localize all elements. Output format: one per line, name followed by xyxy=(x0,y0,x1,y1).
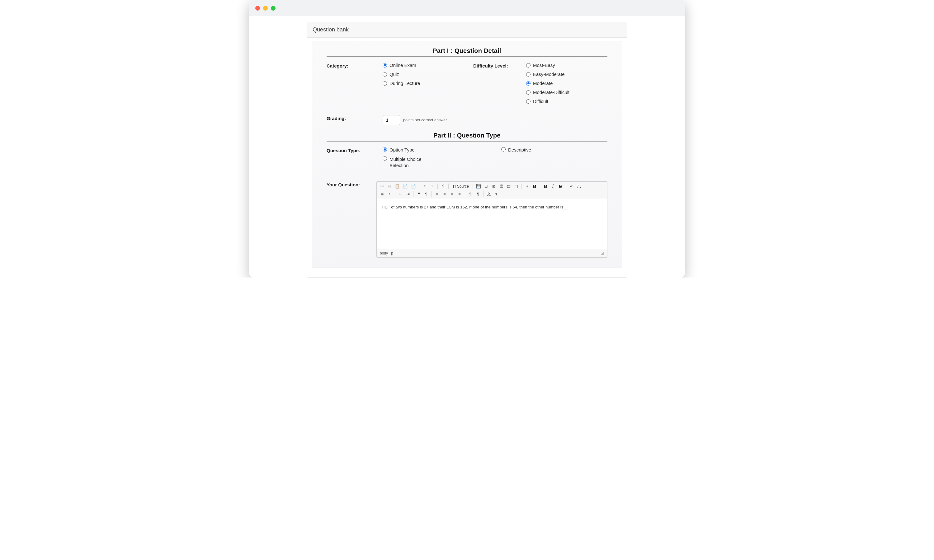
radio-label: Descriptive xyxy=(508,147,531,152)
radio-icon[interactable] xyxy=(526,81,530,86)
qtype-right-col: Descriptive xyxy=(501,147,607,173)
bold-icon[interactable]: B xyxy=(531,183,538,190)
paste-icon[interactable]: 📋 xyxy=(393,183,401,190)
check-icon[interactable]: ✔ xyxy=(568,183,575,190)
part1-title: Part I : Question Detail xyxy=(327,46,607,56)
outdent-icon[interactable]: ⇤ xyxy=(397,191,404,198)
question-bank-panel: Question bank Part I : Question Detail C… xyxy=(307,22,627,277)
difficulty-options: Most-Easy Easy-Moderate Moderate xyxy=(526,63,607,108)
qtype-descriptive[interactable]: Descriptive xyxy=(501,147,607,152)
unordered-list-icon[interactable]: • xyxy=(386,191,393,198)
radio-label: Moderate-Difficult xyxy=(533,89,569,95)
category-option-during-lecture[interactable]: During Lecture xyxy=(383,81,461,86)
difficulty-option-moderate[interactable]: Moderate xyxy=(526,81,607,86)
grading-hint: points per correct answer xyxy=(403,118,447,122)
source-button[interactable]: ◧ Source xyxy=(450,183,471,190)
templates-icon[interactable]: ▤ xyxy=(505,183,512,190)
indent-icon[interactable]: ⇥ xyxy=(404,191,411,198)
remove-format-icon[interactable]: Tₓ xyxy=(575,183,583,190)
editor-footer: body p xyxy=(377,249,607,257)
italic-button[interactable]: I xyxy=(550,183,556,190)
paste-text-icon[interactable]: 📄 xyxy=(402,183,409,190)
toolbar-separator xyxy=(540,183,540,189)
strike-button[interactable]: S xyxy=(557,183,564,190)
radio-label: Option Type xyxy=(390,147,415,152)
your-question-label: Your Question: xyxy=(327,182,376,187)
undo-icon[interactable]: ↶ xyxy=(421,183,428,190)
qtype-left-col: Option Type Multiple Choice Selection xyxy=(383,147,489,173)
radio-icon[interactable] xyxy=(383,147,387,152)
align-left-icon[interactable]: ≡ xyxy=(434,191,441,198)
qtype-option-type[interactable]: Option Type xyxy=(383,147,489,152)
toolbar-separator xyxy=(395,191,395,197)
content-area: Question bank Part I : Question Detail C… xyxy=(249,16,685,277)
align-right-icon[interactable]: ≡ xyxy=(449,191,455,198)
editor-path[interactable]: body p xyxy=(380,251,393,255)
grading-input[interactable] xyxy=(383,115,400,125)
math-icon[interactable]: √ xyxy=(524,183,530,190)
paste-word-icon[interactable]: 📄 xyxy=(410,183,417,190)
toolbar-separator xyxy=(413,191,413,197)
part2-title: Part II : Question Type xyxy=(327,131,607,141)
div-icon[interactable]: ¶ xyxy=(423,191,430,198)
language-icon[interactable]: 文 xyxy=(485,191,492,198)
resize-grip-icon[interactable] xyxy=(601,252,604,255)
cut-icon[interactable]: ✂ xyxy=(379,183,385,190)
window-minimize-dot[interactable] xyxy=(263,6,268,11)
toolbar-separator xyxy=(465,191,465,197)
form-card: Part I : Question Detail Category: Onlin… xyxy=(312,41,622,268)
toolbar-separator xyxy=(473,183,473,189)
blockquote-icon[interactable]: ❝ xyxy=(415,191,422,198)
newpage-icon[interactable]: 🗋 xyxy=(483,183,490,190)
difficulty-option-most-easy[interactable]: Most-Easy xyxy=(526,63,607,68)
rtl-icon[interactable]: ¶ xyxy=(475,191,481,198)
grading-row: Grading: points per correct answer xyxy=(327,115,607,125)
copy-icon[interactable]: ⎘ xyxy=(386,183,393,190)
radio-icon[interactable] xyxy=(383,156,387,160)
your-question-row: Your Question: ✂ ⎘ 📋 📄 📄 xyxy=(327,182,607,258)
ltr-icon[interactable]: ¶ xyxy=(467,191,474,198)
part2-divider xyxy=(327,141,607,142)
qtype-multiple-choice[interactable]: Multiple Choice Selection xyxy=(383,156,489,169)
path-body[interactable]: body xyxy=(380,251,388,255)
radio-icon[interactable] xyxy=(383,63,387,68)
radio-icon[interactable] xyxy=(526,63,530,68)
category-option-online-exam[interactable]: Online Exam xyxy=(383,63,461,68)
redo-icon[interactable]: ↷ xyxy=(429,183,436,190)
bold-button[interactable]: B xyxy=(542,183,549,190)
radio-label: During Lecture xyxy=(390,81,420,86)
radio-label: Difficult xyxy=(533,98,548,104)
window-maximize-dot[interactable] xyxy=(271,6,276,11)
chevron-down-icon[interactable]: ▾ xyxy=(493,191,500,198)
spellcheck-icon[interactable]: ⎙ xyxy=(439,183,447,190)
toolbar-separator xyxy=(521,183,522,189)
radio-label: Multiple Choice Selection xyxy=(390,156,430,169)
radio-icon[interactable] xyxy=(526,72,530,77)
difficulty-option-difficult[interactable]: Difficult xyxy=(526,98,607,104)
align-center-icon[interactable]: ≡ xyxy=(441,191,448,198)
difficulty-option-moderate-difficult[interactable]: Moderate-Difficult xyxy=(526,89,607,95)
qtype-label: Question Type: xyxy=(327,147,383,153)
editor-toolbar: ✂ ⎘ 📋 📄 📄 ↶ ↷ ⎙ xyxy=(377,182,607,199)
window-close-dot[interactable] xyxy=(255,6,260,11)
difficulty-column: Difficulty Level: Most-Easy Easy-Moderat… xyxy=(473,63,607,110)
ordered-list-icon[interactable]: ≣ xyxy=(379,191,385,198)
path-p[interactable]: p xyxy=(391,251,393,255)
difficulty-option-easy-moderate[interactable]: Easy-Moderate xyxy=(526,72,607,77)
align-justify-icon[interactable]: ≡ xyxy=(456,191,463,198)
preview-icon[interactable]: 🗎 xyxy=(490,183,497,190)
part1-columns: Category: Online Exam Quiz xyxy=(327,63,607,110)
panel-title: Question bank xyxy=(307,22,627,38)
radio-icon[interactable] xyxy=(501,147,506,152)
category-option-quiz[interactable]: Quiz xyxy=(383,72,461,77)
radio-icon[interactable] xyxy=(383,81,387,86)
print-icon[interactable]: 🖶 xyxy=(498,183,505,190)
radio-icon[interactable] xyxy=(383,72,387,77)
radio-icon[interactable] xyxy=(526,90,530,95)
panel-body: Part I : Question Detail Category: Onlin… xyxy=(307,38,627,277)
category-label: Category: xyxy=(327,63,383,68)
radio-icon[interactable] xyxy=(526,99,530,104)
maximize-icon[interactable]: ▢ xyxy=(513,183,519,190)
editor-textarea[interactable]: HCF of two numbers is 27 and their LCM i… xyxy=(377,199,607,249)
save-icon[interactable]: 💾 xyxy=(475,183,482,190)
